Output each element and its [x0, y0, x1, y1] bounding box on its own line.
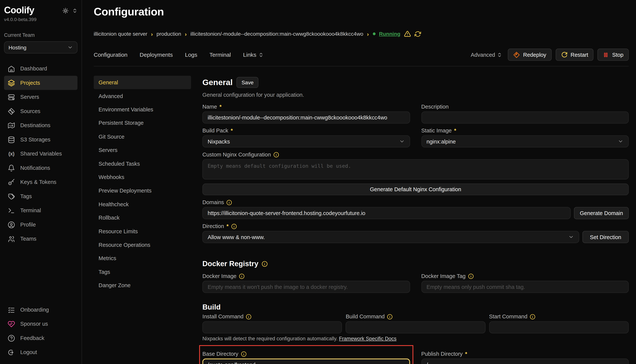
- sidebar-item-servers[interactable]: Servers: [4, 90, 78, 104]
- framework-docs-link[interactable]: Framework Specific Docs: [339, 336, 397, 342]
- static-image-select[interactable]: nginx:alpine: [421, 136, 629, 148]
- chevrons-up-down-icon: [497, 52, 502, 57]
- docker-image-tag-label: Docker Image Tag: [421, 273, 629, 280]
- sidebar-item-s3-storages[interactable]: S3 Storages: [4, 132, 78, 146]
- subnav-item-resource-operations[interactable]: Resource Operations: [94, 238, 191, 252]
- subnav-item-webhooks[interactable]: Webhooks: [94, 170, 191, 184]
- status-label[interactable]: Running: [379, 31, 400, 37]
- custom-nginx-textarea[interactable]: [202, 159, 629, 180]
- build-pack-value: Nixpacks: [207, 138, 230, 144]
- redeploy-button[interactable]: Redeploy: [508, 49, 552, 61]
- advanced-dropdown[interactable]: Advanced: [471, 52, 502, 58]
- subnav-item-general[interactable]: General: [94, 76, 191, 90]
- description-input[interactable]: [421, 112, 629, 124]
- chevron-down-icon: [67, 44, 73, 50]
- sidebar-item-dashboard[interactable]: Dashboard: [4, 62, 78, 76]
- breadcrumb-environment-link[interactable]: production: [156, 31, 181, 37]
- redeploy-label: Redeploy: [523, 52, 546, 58]
- team-select[interactable]: Hosting: [4, 41, 78, 54]
- build-command-input[interactable]: [346, 321, 485, 334]
- tab-terminal[interactable]: Terminal: [209, 52, 231, 58]
- main-area: Configuration illicitonion quote server …: [82, 0, 636, 364]
- sidebar-item-teams[interactable]: Teams: [4, 232, 78, 246]
- sidebar-item-keys-tokens[interactable]: Keys & Tokens: [4, 175, 78, 189]
- sidebar-item-sources[interactable]: Sources: [4, 104, 78, 118]
- breadcrumb-separator: ›: [151, 30, 153, 37]
- breadcrumb-resource-link[interactable]: illicitestonion/-module--decomposition:m…: [190, 31, 363, 37]
- stop-button[interactable]: Stop: [598, 49, 629, 61]
- sidebar-item-label: Notifications: [20, 165, 50, 171]
- docker-image-tag-input[interactable]: [421, 281, 629, 293]
- sidebar-item-projects[interactable]: Projects: [4, 76, 78, 90]
- subnav-item-resource-limits[interactable]: Resource Limits: [94, 225, 191, 238]
- subnav-item-git-source[interactable]: Git Source: [94, 130, 191, 144]
- name-input[interactable]: [202, 112, 410, 124]
- users-icon: [8, 235, 15, 242]
- chevron-down-icon: [568, 234, 574, 240]
- sidebar-footer: Onboarding Sponsor us Feedback Logout: [4, 302, 78, 359]
- install-command-input[interactable]: [202, 321, 342, 334]
- direction-select[interactable]: Allow www & non-www.: [202, 231, 579, 243]
- info-icon: [273, 152, 279, 158]
- info-icon: [387, 314, 393, 320]
- start-command-input[interactable]: [489, 321, 629, 334]
- subnav-item-rollback[interactable]: Rollback: [94, 211, 191, 225]
- base-directory-label: Base Directory: [202, 350, 410, 358]
- set-direction-button[interactable]: Set Direction: [582, 231, 629, 243]
- subnav-item-danger-zone[interactable]: Danger Zone: [94, 279, 191, 292]
- generate-domain-button[interactable]: Generate Domain: [574, 207, 629, 219]
- publish-directory-input[interactable]: [421, 358, 629, 364]
- sidebar-item-label: Tags: [20, 193, 32, 199]
- tab-configuration[interactable]: Configuration: [94, 52, 127, 58]
- subnav-item-metrics[interactable]: Metrics: [94, 252, 191, 265]
- subnav-item-tags[interactable]: Tags: [94, 265, 191, 279]
- sidebar-item-feedback[interactable]: Feedback: [4, 331, 78, 345]
- section-subtitle: General configuration for your applicati…: [202, 92, 629, 98]
- domains-input[interactable]: [202, 207, 571, 219]
- info-icon: [246, 314, 252, 320]
- sidebar-item-tags[interactable]: Tags: [4, 189, 78, 203]
- tab-bar: Configuration Deployments Logs Terminal …: [94, 49, 629, 66]
- sidebar-item-sponsor[interactable]: Sponsor us: [4, 317, 78, 331]
- sidebar-item-shared-variables[interactable]: (x) Shared Variables: [4, 147, 78, 161]
- subnav-item-environment-variables[interactable]: Environment Variables: [94, 103, 191, 116]
- terminal-icon: [8, 207, 15, 214]
- sidebar-item-label: Teams: [20, 236, 37, 242]
- sidebar-item-notifications[interactable]: Notifications: [4, 161, 78, 175]
- nixpacks-note: Nixpacks will detect the required config…: [202, 336, 629, 342]
- layers-icon: [8, 79, 15, 86]
- subnav-item-healthcheck[interactable]: Healthcheck: [94, 198, 191, 211]
- section-title: General: [202, 78, 233, 87]
- sidebar-item-logout[interactable]: Logout: [4, 345, 78, 359]
- info-icon: [262, 261, 268, 267]
- theme-switcher-chevrons-icon[interactable]: [72, 8, 78, 13]
- theme-toggle-sun-icon[interactable]: [62, 8, 68, 14]
- docker-image-input[interactable]: [202, 281, 410, 293]
- warning-icon[interactable]: [404, 30, 411, 38]
- subnav-item-persistent-storage[interactable]: Persistent Storage: [94, 116, 191, 130]
- sidebar-item-label: Dashboard: [20, 66, 47, 72]
- sidebar-item-label: Profile: [20, 222, 36, 228]
- refresh-status-icon[interactable]: [414, 30, 421, 37]
- sidebar-item-profile[interactable]: Profile: [4, 218, 78, 232]
- breadcrumb-project-link[interactable]: illicitonion quote server: [94, 31, 147, 37]
- tab-deployments[interactable]: Deployments: [140, 52, 173, 58]
- base-directory-input[interactable]: [202, 358, 410, 364]
- subnav-item-servers[interactable]: Servers: [94, 144, 191, 157]
- build-pack-select[interactable]: Nixpacks: [202, 136, 410, 148]
- bell-icon: [8, 164, 15, 172]
- restart-button[interactable]: Restart: [555, 49, 593, 61]
- sidebar-item-destinations[interactable]: Destinations: [4, 118, 78, 132]
- subnav-item-advanced[interactable]: Advanced: [94, 90, 191, 103]
- sidebar-item-terminal[interactable]: Terminal: [4, 204, 78, 218]
- tab-logs[interactable]: Logs: [185, 52, 197, 58]
- save-button[interactable]: Save: [237, 77, 259, 88]
- publish-directory-label: Publish Directory*: [421, 350, 629, 358]
- subnav-item-preview-deployments[interactable]: Preview Deployments: [94, 184, 191, 198]
- tab-links[interactable]: Links: [243, 52, 264, 58]
- home-icon: [8, 65, 15, 72]
- subnav-item-scheduled-tasks[interactable]: Scheduled Tasks: [94, 157, 191, 170]
- database-icon: [8, 136, 15, 143]
- generate-nginx-button[interactable]: Generate Default Nginx Configuration: [202, 184, 629, 195]
- sidebar-item-onboarding[interactable]: Onboarding: [4, 302, 78, 317]
